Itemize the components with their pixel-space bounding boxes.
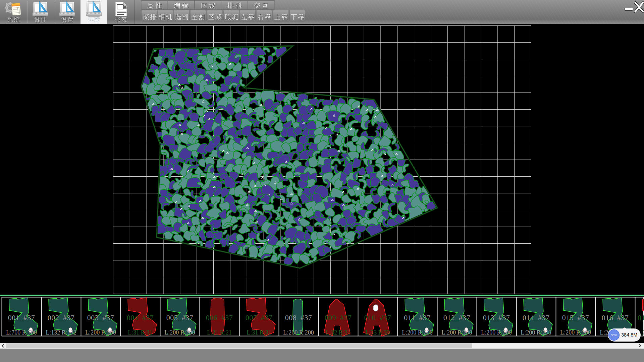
- svg-text:010_#37: 010_#37: [364, 313, 391, 322]
- svg-text:011_#37: 011_#37: [404, 313, 431, 322]
- svg-text:008_#37: 008_#37: [285, 313, 312, 322]
- svg-text:L:200 R:200: L:200 R:200: [481, 329, 512, 336]
- svg-text:015_#37: 015_#37: [562, 313, 589, 322]
- svg-text:017_#37: 017_#37: [638, 313, 644, 322]
- svg-text:L:200 R:200: L:200 R:200: [441, 329, 472, 336]
- svg-text:005_#37: 005_#37: [166, 313, 194, 322]
- svg-text:L:200 R:200: L:200 R:200: [283, 329, 314, 336]
- svg-text:384.8M: 384.8M: [621, 332, 637, 338]
- svg-text:004_#37: 004_#37: [127, 313, 154, 322]
- svg-text:001_#37: 001_#37: [8, 313, 35, 322]
- svg-text:L:700 R:700: L:700 R:700: [6, 329, 37, 336]
- svg-text:003_#37: 003_#37: [87, 313, 114, 322]
- svg-text:016_#37: 016_#37: [602, 313, 629, 322]
- svg-text:L:33 R:33: L:33 R:33: [365, 329, 390, 336]
- svg-text:L:31 R:31: L:31 R:31: [247, 329, 271, 336]
- svg-text:L:31 R:31: L:31 R:31: [128, 329, 153, 336]
- svg-text:L:200 R:200: L:200 R:200: [560, 329, 591, 336]
- svg-text:002_#37: 002_#37: [48, 313, 75, 322]
- svg-text:012_#37: 012_#37: [443, 313, 471, 322]
- svg-text:007_#37: 007_#37: [246, 313, 273, 322]
- svg-text:L:200 R:200: L:200 R:200: [164, 329, 195, 336]
- svg-text:L:132 R:132: L:132 R:132: [46, 329, 76, 336]
- svg-text:L:200 R:200: L:200 R:200: [521, 329, 551, 336]
- svg-text:L:32 R:31: L:32 R:31: [326, 329, 351, 336]
- svg-text:L:21 R:21: L:21 R:21: [207, 329, 232, 336]
- svg-text:009_#37: 009_#37: [325, 313, 352, 322]
- svg-text:L:200 R:200: L:200 R:200: [85, 329, 116, 336]
- svg-text:38%: 38%: [611, 333, 618, 337]
- svg-text:L:200 R:200: L:200 R:200: [402, 329, 433, 336]
- svg-text:013_#37: 013_#37: [483, 313, 510, 322]
- svg-text:014_#37: 014_#37: [523, 313, 550, 322]
- svg-text:006_#37: 006_#37: [206, 313, 233, 322]
